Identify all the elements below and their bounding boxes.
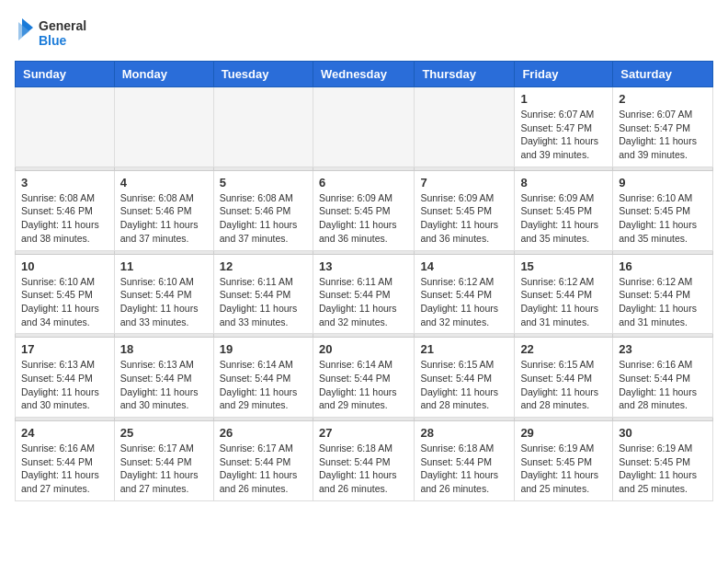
day-cell: 21Sunrise: 6:15 AM Sunset: 5:44 PM Dayli… (415, 338, 515, 418)
col-header-wednesday: Wednesday (313, 62, 414, 87)
day-info: Sunrise: 6:13 AM Sunset: 5:44 PM Dayligh… (120, 358, 208, 412)
day-cell: 19Sunrise: 6:14 AM Sunset: 5:44 PM Dayli… (213, 338, 313, 418)
day-cell: 10Sunrise: 6:10 AM Sunset: 5:45 PM Dayli… (16, 254, 115, 334)
day-number: 29 (520, 426, 607, 440)
col-header-tuesday: Tuesday (213, 62, 313, 87)
day-info: Sunrise: 6:11 AM Sunset: 5:44 PM Dayligh… (319, 275, 408, 329)
day-info: Sunrise: 6:16 AM Sunset: 5:44 PM Dayligh… (619, 358, 707, 412)
day-info: Sunrise: 6:07 AM Sunset: 5:47 PM Dayligh… (619, 108, 707, 162)
svg-text:General: General (39, 18, 86, 33)
day-cell: 29Sunrise: 6:19 AM Sunset: 5:45 PM Dayli… (515, 421, 613, 501)
day-cell (16, 87, 115, 167)
day-number: 22 (520, 342, 607, 356)
day-cell: 30Sunrise: 6:19 AM Sunset: 5:45 PM Dayli… (613, 421, 713, 501)
day-cell: 20Sunrise: 6:14 AM Sunset: 5:44 PM Dayli… (313, 338, 414, 418)
day-number: 24 (21, 426, 108, 440)
day-info: Sunrise: 6:19 AM Sunset: 5:45 PM Dayligh… (619, 442, 707, 496)
day-number: 16 (619, 259, 707, 273)
col-header-thursday: Thursday (415, 62, 515, 87)
day-cell (415, 87, 515, 167)
day-cell: 8Sunrise: 6:09 AM Sunset: 5:45 PM Daylig… (515, 170, 613, 250)
day-cell: 16Sunrise: 6:12 AM Sunset: 5:44 PM Dayli… (613, 254, 713, 334)
day-info: Sunrise: 6:07 AM Sunset: 5:47 PM Dayligh… (520, 108, 607, 162)
day-info: Sunrise: 6:18 AM Sunset: 5:44 PM Dayligh… (420, 442, 508, 496)
day-number: 4 (120, 176, 208, 190)
day-number: 10 (21, 259, 108, 273)
day-info: Sunrise: 6:15 AM Sunset: 5:44 PM Dayligh… (520, 358, 607, 412)
day-number: 27 (319, 426, 408, 440)
day-number: 28 (420, 426, 508, 440)
day-number: 11 (120, 259, 208, 273)
day-number: 25 (120, 426, 208, 440)
day-cell: 6Sunrise: 6:09 AM Sunset: 5:45 PM Daylig… (313, 170, 414, 250)
day-cell: 28Sunrise: 6:18 AM Sunset: 5:44 PM Dayli… (415, 421, 515, 501)
day-number: 5 (220, 176, 307, 190)
day-cell: 1Sunrise: 6:07 AM Sunset: 5:47 PM Daylig… (515, 87, 613, 167)
day-info: Sunrise: 6:15 AM Sunset: 5:44 PM Dayligh… (420, 358, 508, 412)
day-info: Sunrise: 6:11 AM Sunset: 5:44 PM Dayligh… (220, 275, 307, 329)
day-number: 23 (619, 342, 707, 356)
day-number: 1 (520, 92, 607, 106)
col-header-monday: Monday (114, 62, 213, 87)
day-number: 9 (619, 176, 707, 190)
day-number: 14 (420, 259, 508, 273)
day-cell: 27Sunrise: 6:18 AM Sunset: 5:44 PM Dayli… (313, 421, 414, 501)
col-header-friday: Friday (515, 62, 613, 87)
day-cell (114, 87, 213, 167)
day-number: 8 (520, 176, 607, 190)
day-number: 7 (420, 176, 508, 190)
day-cell: 9Sunrise: 6:10 AM Sunset: 5:45 PM Daylig… (613, 170, 713, 250)
day-info: Sunrise: 6:17 AM Sunset: 5:44 PM Dayligh… (220, 442, 307, 496)
day-number: 12 (220, 259, 307, 273)
day-cell: 11Sunrise: 6:10 AM Sunset: 5:44 PM Dayli… (114, 254, 213, 334)
week-row-1: 1Sunrise: 6:07 AM Sunset: 5:47 PM Daylig… (16, 87, 713, 167)
day-info: Sunrise: 6:18 AM Sunset: 5:44 PM Dayligh… (319, 442, 408, 496)
day-number: 30 (619, 426, 707, 440)
day-cell: 2Sunrise: 6:07 AM Sunset: 5:47 PM Daylig… (613, 87, 713, 167)
day-info: Sunrise: 6:10 AM Sunset: 5:45 PM Dayligh… (21, 275, 108, 329)
week-row-2: 3Sunrise: 6:08 AM Sunset: 5:46 PM Daylig… (16, 170, 713, 250)
day-info: Sunrise: 6:17 AM Sunset: 5:44 PM Dayligh… (120, 442, 208, 496)
day-cell: 26Sunrise: 6:17 AM Sunset: 5:44 PM Dayli… (213, 421, 313, 501)
week-row-3: 10Sunrise: 6:10 AM Sunset: 5:45 PM Dayli… (16, 254, 713, 334)
header: General Blue (15, 15, 713, 53)
day-cell: 5Sunrise: 6:08 AM Sunset: 5:46 PM Daylig… (213, 170, 313, 250)
day-cell: 15Sunrise: 6:12 AM Sunset: 5:44 PM Dayli… (515, 254, 613, 334)
svg-text:Blue: Blue (39, 33, 67, 48)
day-cell: 24Sunrise: 6:16 AM Sunset: 5:44 PM Dayli… (16, 421, 115, 501)
day-cell: 13Sunrise: 6:11 AM Sunset: 5:44 PM Dayli… (313, 254, 414, 334)
day-info: Sunrise: 6:14 AM Sunset: 5:44 PM Dayligh… (220, 358, 307, 412)
day-cell: 18Sunrise: 6:13 AM Sunset: 5:44 PM Dayli… (114, 338, 213, 418)
day-info: Sunrise: 6:09 AM Sunset: 5:45 PM Dayligh… (420, 191, 508, 246)
day-info: Sunrise: 6:08 AM Sunset: 5:46 PM Dayligh… (220, 191, 307, 246)
day-info: Sunrise: 6:12 AM Sunset: 5:44 PM Dayligh… (520, 275, 607, 329)
day-number: 21 (420, 342, 508, 356)
day-number: 15 (520, 259, 607, 273)
day-cell: 12Sunrise: 6:11 AM Sunset: 5:44 PM Dayli… (213, 254, 313, 334)
day-number: 20 (319, 342, 408, 356)
day-cell: 23Sunrise: 6:16 AM Sunset: 5:44 PM Dayli… (613, 338, 713, 418)
day-info: Sunrise: 6:12 AM Sunset: 5:44 PM Dayligh… (619, 275, 707, 329)
day-info: Sunrise: 6:19 AM Sunset: 5:45 PM Dayligh… (520, 442, 607, 496)
header-row: SundayMondayTuesdayWednesdayThursdayFrid… (16, 62, 713, 87)
day-cell (213, 87, 313, 167)
day-info: Sunrise: 6:14 AM Sunset: 5:44 PM Dayligh… (319, 358, 408, 412)
day-info: Sunrise: 6:13 AM Sunset: 5:44 PM Dayligh… (21, 358, 108, 412)
day-cell: 14Sunrise: 6:12 AM Sunset: 5:44 PM Dayli… (415, 254, 515, 334)
day-info: Sunrise: 6:10 AM Sunset: 5:45 PM Dayligh… (619, 191, 707, 246)
day-info: Sunrise: 6:08 AM Sunset: 5:46 PM Dayligh… (21, 191, 108, 246)
day-info: Sunrise: 6:12 AM Sunset: 5:44 PM Dayligh… (420, 275, 508, 329)
col-header-saturday: Saturday (613, 62, 713, 87)
day-number: 2 (619, 92, 707, 106)
day-cell: 17Sunrise: 6:13 AM Sunset: 5:44 PM Dayli… (16, 338, 115, 418)
day-cell (313, 87, 414, 167)
week-row-4: 17Sunrise: 6:13 AM Sunset: 5:44 PM Dayli… (16, 338, 713, 418)
day-cell: 4Sunrise: 6:08 AM Sunset: 5:46 PM Daylig… (114, 170, 213, 250)
day-number: 17 (21, 342, 108, 356)
day-info: Sunrise: 6:09 AM Sunset: 5:45 PM Dayligh… (520, 191, 607, 246)
day-cell: 7Sunrise: 6:09 AM Sunset: 5:45 PM Daylig… (415, 170, 515, 250)
col-header-sunday: Sunday (16, 62, 115, 87)
day-number: 13 (319, 259, 408, 273)
day-number: 26 (220, 426, 307, 440)
day-number: 3 (21, 176, 108, 190)
